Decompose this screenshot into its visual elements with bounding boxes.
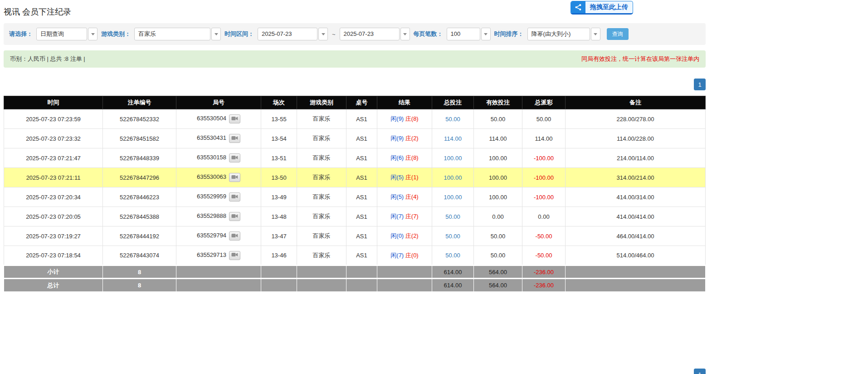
cell-time: 2025-07-23 07:19:27 <box>4 226 103 246</box>
video-replay-button[interactable] <box>229 231 240 241</box>
total-bet-link[interactable]: 50.00 <box>445 252 460 259</box>
video-camera-icon <box>231 213 238 220</box>
cell-bet-id: 522678446223 <box>103 187 176 207</box>
cell-table-no: AS1 <box>346 246 377 266</box>
summary-remark <box>566 279 706 292</box>
date-from-dropdown-button[interactable] <box>318 28 328 40</box>
page-1-button[interactable]: 1 <box>694 79 706 90</box>
video-camera-icon <box>231 233 238 240</box>
video-replay-button[interactable] <box>229 173 240 182</box>
page-1-button[interactable]: 1 <box>694 369 706 374</box>
summary-valid-bet: 564.00 <box>474 279 522 292</box>
time-sort-label: 时间排序： <box>494 30 524 38</box>
cell-bet-id: 522678444192 <box>103 226 176 246</box>
cell-game-type: 百家乐 <box>297 129 346 148</box>
column-header-valid-bet: 有效投注 <box>474 96 522 109</box>
video-replay-button[interactable] <box>229 153 240 162</box>
summary-bet-id: 8 <box>103 279 176 292</box>
cell-session: 13-54 <box>261 129 297 148</box>
video-camera-icon <box>231 116 238 123</box>
total-bet-link[interactable]: 50.00 <box>445 116 460 123</box>
cell-total-bet: 50.00 <box>432 109 474 129</box>
page-size-label: 每页笔数： <box>414 30 443 38</box>
total-bet-link[interactable]: 114.00 <box>444 135 462 142</box>
game-type-select[interactable]: 百家乐 <box>134 28 221 40</box>
summary-remark <box>566 266 706 279</box>
cell-valid-bet: 100.00 <box>474 168 522 187</box>
round-id-text: 635529959 <box>197 193 226 200</box>
result-player: 闲(7) <box>390 252 404 259</box>
total-bet-link[interactable]: 50.00 <box>445 233 460 240</box>
game-type-dropdown-button[interactable] <box>211 28 221 40</box>
total-bet-link[interactable]: 100.00 <box>444 174 462 181</box>
date-to-select[interactable]: 2025-07-23 <box>340 28 410 40</box>
video-replay-button[interactable] <box>229 192 240 202</box>
cell-payout: -100.00 <box>522 148 566 168</box>
video-replay-button[interactable] <box>229 212 240 221</box>
result-player: 闲(0) <box>390 232 404 239</box>
cell-total-bet: 114.00 <box>432 129 474 148</box>
column-header-bet-id: 注单编号 <box>103 96 176 109</box>
cell-table-no: AS1 <box>346 109 377 129</box>
query-type-select[interactable]: 日期查询 <box>36 28 98 40</box>
result-player: 闲(6) <box>390 154 404 161</box>
filter-bar: 请选择： 日期查询 游戏类别： 百家乐 时间区间： 2025-07-23 ~ 2… <box>4 23 706 45</box>
pagination-bottom: 1 <box>694 369 706 374</box>
cell-result: 闲(9) 庄(8) <box>377 109 432 129</box>
bet-row: 2025-07-23 07:18:54522678443074635529713… <box>4 246 706 266</box>
query-type-value: 日期查询 <box>36 28 87 40</box>
result-player: 闲(7) <box>390 213 404 220</box>
cell-time: 2025-07-23 07:18:54 <box>4 246 103 266</box>
cell-valid-bet: 50.00 <box>474 109 522 129</box>
result-banker: 庄(8) <box>405 115 419 122</box>
cell-remark: 514.00/464.00 <box>566 246 706 266</box>
result-banker: 庄(8) <box>405 154 419 161</box>
cell-valid-bet: 0.00 <box>474 207 522 226</box>
summary-table-no <box>346 266 377 279</box>
cell-total-bet: 50.00 <box>432 207 474 226</box>
result-player: 闲(9) <box>390 135 404 142</box>
query-type-dropdown-button[interactable] <box>88 28 98 40</box>
cell-time: 2025-07-23 07:23:32 <box>4 129 103 148</box>
summary-row-label: 小计 <box>4 266 103 279</box>
video-replay-button[interactable] <box>229 134 240 143</box>
cell-session: 13-49 <box>261 187 297 207</box>
cell-session: 13-55 <box>261 109 297 129</box>
cell-session: 13-46 <box>261 246 297 266</box>
cell-game-type: 百家乐 <box>297 168 346 187</box>
total-bet-link[interactable]: 50.00 <box>445 213 460 220</box>
page-size-dropdown-button[interactable] <box>481 28 491 40</box>
date-from-value: 2025-07-23 <box>258 28 317 40</box>
cell-time: 2025-07-23 07:21:47 <box>4 148 103 168</box>
cell-result: 闲(7) 庄(0) <box>377 246 432 266</box>
video-replay-button[interactable] <box>229 251 240 260</box>
page-size-select[interactable]: 100 <box>447 28 491 40</box>
cell-total-bet: 100.00 <box>432 168 474 187</box>
cell-table-no: AS1 <box>346 168 377 187</box>
upload-dropzone[interactable]: 拖拽至此上传 <box>571 1 633 15</box>
total-bet-link[interactable]: 100.00 <box>444 155 462 162</box>
video-replay-button[interactable] <box>229 114 240 123</box>
search-button[interactable]: 查询 <box>607 28 629 40</box>
total-bet-link[interactable]: 100.00 <box>444 194 462 201</box>
date-to-dropdown-button[interactable] <box>400 28 410 40</box>
time-sort-dropdown-button[interactable] <box>591 28 600 40</box>
cell-round-id: 635530504 <box>176 109 261 129</box>
bet-row: 2025-07-23 07:20:34522678446223635529959… <box>4 187 706 207</box>
video-camera-icon <box>231 194 238 201</box>
column-header-remark: 备注 <box>566 96 706 109</box>
time-sort-select[interactable]: 降幂(由大到小) <box>527 28 600 40</box>
cell-game-type: 百家乐 <box>297 246 346 266</box>
bet-row: 2025-07-23 07:21:11522678447296635530063… <box>4 168 706 187</box>
cell-session: 13-50 <box>261 168 297 187</box>
cell-bet-id: 522678448339 <box>103 148 176 168</box>
result-banker: 庄(7) <box>405 213 419 220</box>
summary-bar: 币别：人民币 | 总共 :8 注单 | 同局有效投注，统一计算在该局第一张注单内 <box>4 50 706 68</box>
summary-session <box>261 266 297 279</box>
caret-down-icon <box>484 33 488 35</box>
cell-game-type: 百家乐 <box>297 148 346 168</box>
date-from-select[interactable]: 2025-07-23 <box>258 28 328 40</box>
cell-payout: 0.00 <box>522 207 566 226</box>
cell-result: 闲(7) 庄(7) <box>377 207 432 226</box>
cell-session: 13-51 <box>261 148 297 168</box>
